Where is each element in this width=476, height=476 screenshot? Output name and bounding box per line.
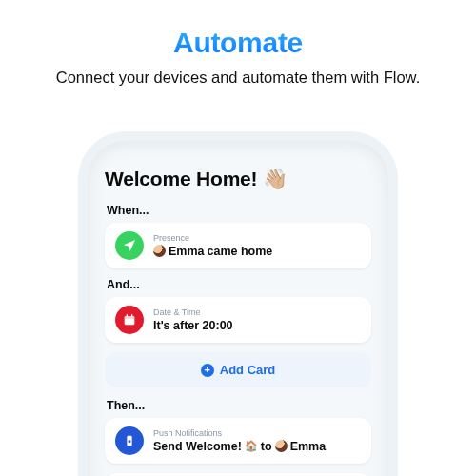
when-eyebrow: Presence [153, 234, 361, 243]
push-notification-icon [115, 426, 144, 455]
svg-rect-3 [131, 314, 132, 317]
section-label-and: And... [107, 278, 371, 291]
section-label-when: When... [107, 204, 371, 217]
svg-point-5 [129, 440, 131, 443]
datetime-icon [115, 306, 144, 334]
then-push-text: Send Welcome! 🏠 to Emma [153, 440, 361, 453]
phone-mockup: Welcome Home! 👋🏼 When... Presence Emma c… [88, 141, 388, 476]
and-card[interactable]: Date & Time It's after 20:00 [105, 297, 371, 343]
then-card-push[interactable]: Push Notifications Send Welcome! 🏠 to Em… [105, 418, 371, 464]
section-label-then: Then... [107, 399, 371, 412]
svg-rect-1 [125, 316, 135, 319]
page-title: Welcome Home! 👋🏼 [105, 168, 371, 190]
presence-icon [115, 231, 144, 260]
add-card-button[interactable]: + Add Card [105, 352, 371, 387]
and-text: It's after 20:00 [153, 319, 361, 332]
add-card-label: Add Card [220, 363, 276, 377]
avatar-icon [275, 440, 288, 452]
hero-subtitle: Connect your devices and automate them w… [29, 67, 447, 88]
and-eyebrow: Date & Time [153, 308, 361, 317]
when-card[interactable]: Presence Emma came home [105, 223, 371, 268]
plus-icon: + [201, 364, 214, 377]
house-icon: 🏠 [245, 440, 258, 452]
when-text: Emma came home [153, 245, 361, 258]
svg-rect-2 [127, 314, 128, 317]
hero-title: Automate [29, 27, 447, 59]
avatar-icon [153, 245, 166, 257]
then-push-eyebrow: Push Notifications [153, 429, 361, 438]
